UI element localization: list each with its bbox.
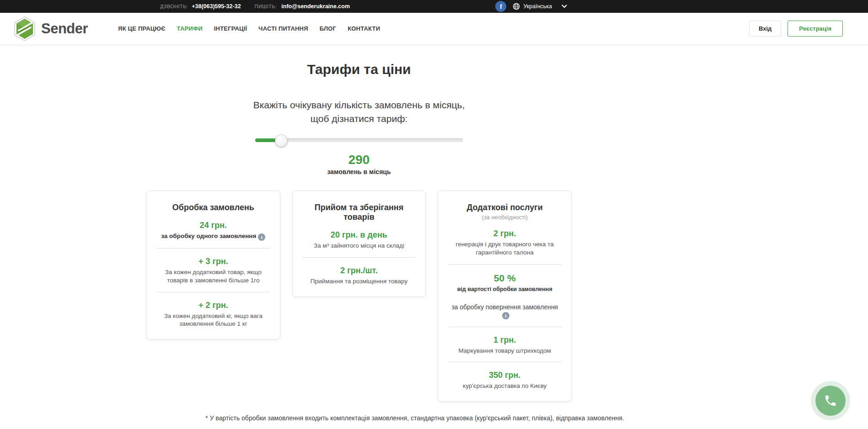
nav-item-contacts[interactable]: КОНТАКТИ xyxy=(348,25,380,32)
register-button[interactable]: Реєстрація xyxy=(788,21,843,37)
card-additional-services: Додаткові послуги (за необхідності) 2 гр… xyxy=(438,191,572,402)
price-description: Приймання та розміщення товару xyxy=(301,277,417,286)
pricing-footnote: * У вартість обробки замовлення входить … xyxy=(0,414,830,422)
info-icon[interactable]: i xyxy=(258,233,265,241)
nav-item-blog[interactable]: БЛОГ xyxy=(320,25,336,32)
orders-count-value: 290 xyxy=(146,153,572,167)
price-value: 2 грн. xyxy=(447,229,563,238)
card-order-processing: Обробка замовлень 24 грн. за обробку одн… xyxy=(146,191,280,339)
price-value: + 3 грн. xyxy=(155,257,271,266)
chevron-down-icon xyxy=(562,5,567,8)
price-value: 50 % xyxy=(447,273,563,284)
login-button[interactable]: Вхід xyxy=(749,21,781,37)
facebook-icon[interactable]: f xyxy=(495,1,506,12)
divider xyxy=(156,248,270,249)
card-title: Обробка замовлень xyxy=(155,203,271,212)
orders-slider[interactable] xyxy=(255,134,463,147)
price-description: від вартості обробки замовлення xyxy=(447,286,563,293)
main-nav: ЯК ЦЕ ПРАЦЮЄ ТАРИФИ ІНТЕГРАЦІЇ ЧАСТІ ПИТ… xyxy=(118,25,380,32)
card-title: Додаткові послуги xyxy=(447,203,563,212)
divider xyxy=(448,362,562,362)
phone-icon xyxy=(824,394,837,408)
email-link[interactable]: info@senderukraine.com xyxy=(281,3,350,10)
pricing-cards: Обробка замовлень 24 грн. за обробку одн… xyxy=(146,191,572,402)
topbar-contacts: ДЗВОНІТЬ: +38(063)595-32-32 ПИШІТЬ: info… xyxy=(160,3,350,10)
divider xyxy=(156,292,270,292)
price-value: 350 грн. xyxy=(447,371,563,380)
price-value: 2 грн./шт. xyxy=(301,266,417,275)
info-icon[interactable]: i xyxy=(502,312,509,319)
price-description: За кожен додатковий кг, якщо вага замовл… xyxy=(155,312,271,328)
divider xyxy=(302,257,416,258)
price-value: 24 грн. xyxy=(155,221,271,230)
call-fab-button[interactable] xyxy=(815,386,846,416)
brand-name: Sender xyxy=(41,21,88,37)
topbar: ДЗВОНІТЬ: +38(063)595-32-32 ПИШІТЬ: info… xyxy=(0,0,868,13)
price-description: за обробку одного замовленняi xyxy=(155,232,271,241)
brand-logo[interactable]: Sender xyxy=(14,16,88,41)
phone-link[interactable]: +38(063)595-32-32 xyxy=(192,3,241,10)
slider-prompt-line1: Вкажіть очікувану кількість замовлень в … xyxy=(146,98,572,112)
price-value: + 2 грн. xyxy=(155,301,271,310)
divider xyxy=(448,264,562,265)
language-switcher[interactable]: Українська xyxy=(513,3,567,10)
price-extra-description: за обробку повернення замовленняi xyxy=(447,303,563,319)
write-label: ПИШІТЬ: xyxy=(255,4,277,9)
header: Sender ЯК ЦЕ ПРАЦЮЄ ТАРИФИ ІНТЕГРАЦІЇ ЧА… xyxy=(0,13,868,45)
divider xyxy=(448,327,562,327)
card-subtitle: (за необхідності) xyxy=(447,214,563,221)
sender-logo-icon xyxy=(14,16,36,41)
page: ДЗВОНІТЬ: +38(063)595-32-32 ПИШІТЬ: info… xyxy=(0,0,868,429)
price-description: За м³ зайнятого місця на складі xyxy=(301,242,417,250)
nav-item-faq[interactable]: ЧАСТІ ПИТАННЯ xyxy=(258,25,308,32)
slider-handle[interactable] xyxy=(275,134,288,147)
price-description: Маркування товару штрихкодом xyxy=(447,347,563,355)
price-description: кур'єрська доставка по Києву xyxy=(447,382,563,390)
price-description: За кожен додатковий товар, якщо товарів … xyxy=(155,268,271,285)
card-storage: Прийом та зберігання товарів 20 грн. в д… xyxy=(292,191,426,297)
globe-icon xyxy=(513,3,520,10)
page-title: Тарифи та ціни xyxy=(146,62,572,77)
nav-item-how-it-works[interactable]: ЯК ЦЕ ПРАЦЮЄ xyxy=(118,25,165,32)
price-description: генерація і друк товарного чека та гаран… xyxy=(447,240,563,257)
nav-item-integrations[interactable]: ІНТЕГРАЦІЇ xyxy=(214,25,247,32)
orders-count-label: замовлень в місяць xyxy=(146,168,572,175)
slider-prompt-line2: щоб дізнатися тариф: xyxy=(146,112,572,126)
price-value: 20 грн. в день xyxy=(301,230,417,240)
call-label: ДЗВОНІТЬ: xyxy=(160,4,188,9)
slider-prompt: Вкажіть очікувану кількість замовлень в … xyxy=(146,98,572,126)
nav-item-tariffs[interactable]: ТАРИФИ xyxy=(177,25,203,32)
card-title: Прийом та зберігання товарів xyxy=(301,203,417,222)
price-value: 1 грн. xyxy=(447,335,563,345)
tariffs-section: Тарифи та ціни Вкажіть очікувану кількіс… xyxy=(146,62,572,402)
language-label: Українська xyxy=(523,3,552,10)
